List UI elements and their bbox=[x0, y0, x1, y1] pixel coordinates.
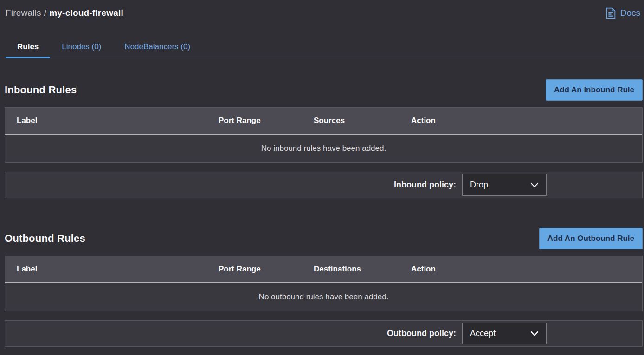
outbound-section-header: Outbound Rules Add An Outbound Rule bbox=[5, 228, 643, 249]
inbound-rules-table: Label Port Range Sources Action No inbou… bbox=[5, 107, 643, 163]
docs-link-label: Docs bbox=[620, 8, 640, 18]
breadcrumb: Firewalls/my-cloud-firewall bbox=[6, 8, 123, 18]
add-outbound-rule-button[interactable]: Add An Outbound Rule bbox=[539, 228, 643, 249]
tab-nodebalancers[interactable]: NodeBalancers (0) bbox=[113, 35, 202, 58]
breadcrumb-firewalls-link[interactable]: Firewalls bbox=[6, 8, 41, 18]
outbound-policy-select[interactable]: Accept bbox=[462, 323, 547, 344]
inbound-column-sources: Sources bbox=[314, 116, 411, 125]
tab-bar: Rules Linodes (0) NodeBalancers (0) bbox=[0, 35, 644, 58]
outbound-column-port-range: Port Range bbox=[219, 265, 314, 274]
inbound-policy-selected-value: Drop bbox=[470, 180, 488, 190]
tab-linodes[interactable]: Linodes (0) bbox=[50, 35, 113, 58]
docs-link[interactable]: Docs bbox=[605, 7, 641, 19]
outbound-column-destinations: Destinations bbox=[314, 265, 411, 274]
outbound-empty-message: No outbound rules have been added. bbox=[5, 283, 642, 311]
outbound-column-action: Action bbox=[411, 265, 642, 274]
chevron-down-icon bbox=[530, 182, 539, 188]
inbound-column-label: Label bbox=[17, 116, 219, 125]
outbound-table-header-row: Label Port Range Destinations Action bbox=[5, 256, 642, 283]
inbound-policy-row: Inbound policy: Drop bbox=[5, 172, 643, 198]
outbound-policy-label: Outbound policy: bbox=[387, 329, 456, 338]
inbound-column-action: Action bbox=[411, 116, 642, 125]
tab-rules[interactable]: Rules bbox=[6, 35, 50, 58]
outbound-policy-selected-value: Accept bbox=[470, 329, 496, 338]
top-bar: Firewalls/my-cloud-firewall Docs bbox=[0, 0, 644, 20]
outbound-rules-title: Outbound Rules bbox=[5, 232, 85, 245]
add-inbound-rule-button[interactable]: Add An Inbound Rule bbox=[546, 79, 643, 101]
inbound-policy-select[interactable]: Drop bbox=[462, 174, 547, 196]
inbound-empty-message: No inbound rules have been added. bbox=[5, 135, 642, 162]
breadcrumb-separator: / bbox=[41, 8, 49, 18]
inbound-table-header-row: Label Port Range Sources Action bbox=[5, 108, 642, 135]
outbound-column-label: Label bbox=[17, 265, 219, 274]
outbound-rules-table: Label Port Range Destinations Action No … bbox=[5, 256, 643, 311]
document-icon bbox=[605, 7, 617, 19]
inbound-section-header: Inbound Rules Add An Inbound Rule bbox=[5, 79, 643, 101]
inbound-rules-title: Inbound Rules bbox=[5, 84, 77, 96]
breadcrumb-current-firewall: my-cloud-firewall bbox=[49, 8, 123, 18]
chevron-down-icon bbox=[530, 331, 539, 336]
inbound-column-port-range: Port Range bbox=[219, 116, 314, 125]
inbound-policy-label: Inbound policy: bbox=[394, 180, 456, 190]
outbound-policy-row: Outbound policy: Accept bbox=[5, 320, 643, 347]
